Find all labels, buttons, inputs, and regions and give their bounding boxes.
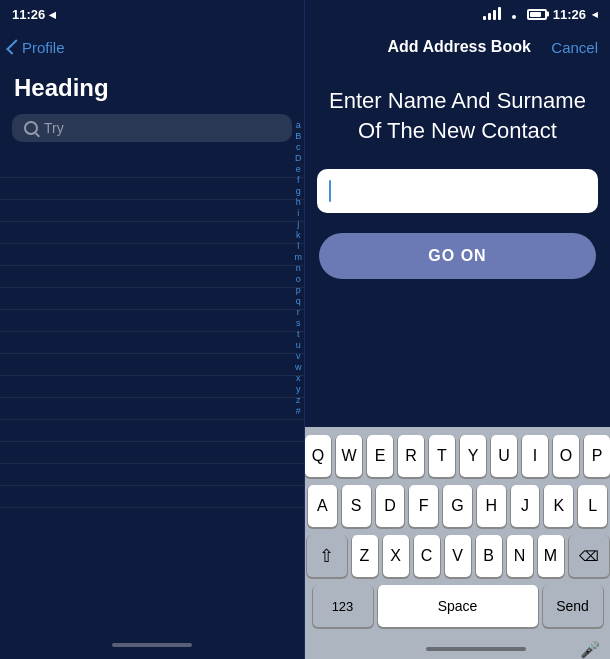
- mic-icon[interactable]: 🎤: [580, 640, 600, 659]
- list-item: [0, 376, 304, 398]
- alpha-j[interactable]: j: [297, 219, 299, 229]
- key-W[interactable]: W: [336, 435, 362, 477]
- right-panel: 11:26 ◂ Add Address Book Cancel Enter Na…: [305, 0, 610, 659]
- list-item: [0, 288, 304, 310]
- key-J[interactable]: J: [511, 485, 540, 527]
- alpha-l[interactable]: l: [297, 241, 299, 251]
- keyboard: Q W E R T Y U I O P A S D F G H J K L ⇧ …: [305, 427, 610, 639]
- go-on-button[interactable]: GO ON: [319, 233, 596, 279]
- alpha-p[interactable]: p: [296, 285, 301, 295]
- list-item: [0, 200, 304, 222]
- search-placeholder: Try: [44, 120, 64, 136]
- key-K[interactable]: K: [544, 485, 573, 527]
- key-V[interactable]: V: [445, 535, 471, 577]
- heading-title: Heading: [0, 66, 304, 108]
- alpha-o[interactable]: o: [296, 274, 301, 284]
- list-item: [0, 178, 304, 200]
- alpha-q[interactable]: q: [296, 296, 301, 306]
- keyboard-row-2: A S D F G H J K L: [308, 485, 607, 527]
- search-bar[interactable]: Try: [12, 114, 292, 142]
- key-F[interactable]: F: [409, 485, 438, 527]
- alpha-g[interactable]: g: [296, 186, 301, 196]
- key-C[interactable]: C: [414, 535, 440, 577]
- key-O[interactable]: O: [553, 435, 579, 477]
- enter-name-prompt: Enter Name And Surname Of The New Contac…: [321, 86, 594, 145]
- key-Y[interactable]: Y: [460, 435, 486, 477]
- status-bar-left: 11:26 ◂: [0, 0, 304, 28]
- home-indicator-right: 🎤: [305, 639, 610, 659]
- enter-name-section: Enter Name And Surname Of The New Contac…: [305, 66, 610, 155]
- alpha-i[interactable]: i: [297, 208, 299, 218]
- alpha-u[interactable]: u: [296, 340, 301, 350]
- home-bar: [426, 647, 526, 651]
- list-item: [0, 266, 304, 288]
- key-M[interactable]: M: [538, 535, 564, 577]
- alpha-r[interactable]: r: [297, 307, 300, 317]
- backspace-key[interactable]: ⌫: [569, 535, 609, 577]
- search-icon: [24, 121, 38, 135]
- nav-title: Add Address Book: [367, 38, 551, 56]
- alpha-t[interactable]: t: [297, 329, 300, 339]
- key-B[interactable]: B: [476, 535, 502, 577]
- location-arrow-left: ◂: [49, 7, 56, 22]
- key-X[interactable]: X: [383, 535, 409, 577]
- alpha-w[interactable]: w: [295, 362, 302, 372]
- list-item: [0, 486, 304, 508]
- alpha-a[interactable]: a: [296, 120, 301, 130]
- battery-fill: [530, 12, 541, 17]
- list-item: [0, 222, 304, 244]
- signal-icon: [483, 8, 501, 20]
- contacts-list: [0, 148, 304, 631]
- send-key[interactable]: Send: [543, 585, 603, 627]
- alpha-hash[interactable]: #: [296, 406, 301, 416]
- alpha-k[interactable]: k: [296, 230, 301, 240]
- key-T[interactable]: T: [429, 435, 455, 477]
- key-Q[interactable]: Q: [305, 435, 331, 477]
- key-R[interactable]: R: [398, 435, 424, 477]
- list-item: [0, 354, 304, 376]
- alpha-f[interactable]: f: [297, 175, 300, 185]
- key-G[interactable]: G: [443, 485, 472, 527]
- alpha-y[interactable]: y: [296, 384, 301, 394]
- list-item: [0, 244, 304, 266]
- key-I[interactable]: I: [522, 435, 548, 477]
- key-L[interactable]: L: [578, 485, 607, 527]
- list-item: [0, 156, 304, 178]
- nav-bar-right: Add Address Book Cancel: [305, 28, 610, 66]
- key-D[interactable]: D: [376, 485, 405, 527]
- key-U[interactable]: U: [491, 435, 517, 477]
- go-on-label: GO ON: [428, 247, 486, 265]
- alpha-n[interactable]: n: [296, 263, 301, 273]
- list-item: [0, 442, 304, 464]
- keyboard-bottom-row: 123 Space Send: [308, 585, 607, 627]
- numbers-key[interactable]: 123: [313, 585, 373, 627]
- alpha-c[interactable]: c: [296, 142, 301, 152]
- key-H[interactable]: H: [477, 485, 506, 527]
- time-right: 11:26: [553, 7, 586, 22]
- back-button[interactable]: Profile: [10, 39, 65, 56]
- nav-bar-left: Profile: [0, 28, 304, 66]
- alpha-h[interactable]: h: [296, 197, 301, 207]
- key-P[interactable]: P: [584, 435, 610, 477]
- key-Z[interactable]: Z: [352, 535, 378, 577]
- alpha-B[interactable]: B: [295, 131, 301, 141]
- key-E[interactable]: E: [367, 435, 393, 477]
- list-item: [0, 464, 304, 486]
- key-A[interactable]: A: [308, 485, 337, 527]
- key-N[interactable]: N: [507, 535, 533, 577]
- alpha-z[interactable]: z: [296, 395, 301, 405]
- alpha-e[interactable]: e: [296, 164, 301, 174]
- alpha-D[interactable]: D: [295, 153, 302, 163]
- cancel-button[interactable]: Cancel: [551, 39, 598, 56]
- battery-icon: [527, 9, 547, 20]
- back-label: Profile: [22, 39, 65, 56]
- alpha-x[interactable]: x: [296, 373, 301, 383]
- alpha-m[interactable]: m: [295, 252, 303, 262]
- key-S[interactable]: S: [342, 485, 371, 527]
- alpha-v[interactable]: v: [296, 351, 301, 361]
- space-key[interactable]: Space: [378, 585, 538, 627]
- alphabet-index[interactable]: a B c D e f g h i j k l m n o p q r s t …: [295, 120, 305, 416]
- alpha-s[interactable]: s: [296, 318, 301, 328]
- name-input-field[interactable]: [317, 169, 598, 213]
- shift-key[interactable]: ⇧: [307, 535, 347, 577]
